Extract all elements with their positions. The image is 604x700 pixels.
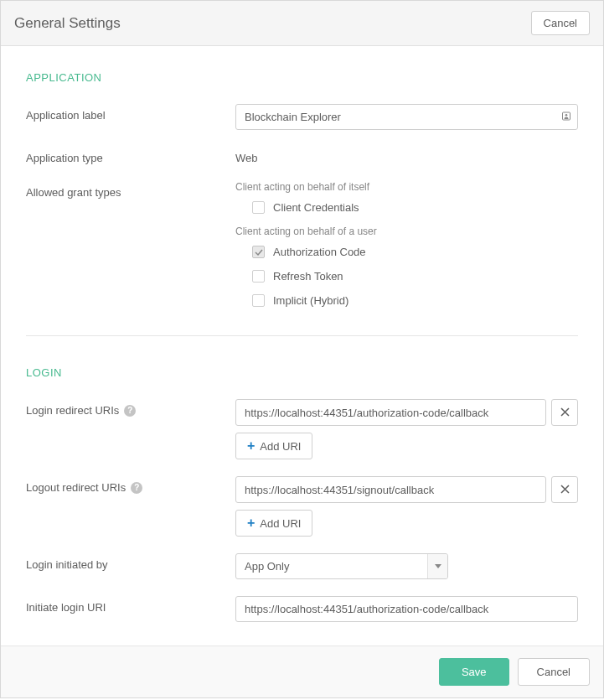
- checkbox-refresh-token[interactable]: [252, 270, 265, 283]
- panel-content: APPLICATION Application label Applicatio…: [1, 46, 603, 646]
- label-login-initiated: Login initiated by: [26, 553, 235, 571]
- plus-icon: +: [247, 439, 255, 453]
- label-login-redirect: Login redirect URIs ?: [26, 399, 235, 417]
- close-icon: [560, 484, 570, 496]
- checkbox-implicit[interactable]: [252, 294, 265, 307]
- checkbox-authorization-code[interactable]: [252, 246, 265, 258]
- section-divider: [26, 335, 578, 336]
- grant-self-heading: Client acting on behalf of itself: [235, 181, 578, 193]
- label-implicit: Implicit (Hybrid): [273, 294, 348, 307]
- checkbox-client-credentials[interactable]: [252, 201, 265, 214]
- add-uri-label: Add URI: [260, 440, 301, 453]
- plus-icon: +: [247, 516, 255, 530]
- remove-uri-button[interactable]: [551, 476, 578, 503]
- label-client-credentials: Client Credentials: [273, 201, 359, 214]
- grant-user-heading: Client acting on behalf of a user: [235, 226, 578, 237]
- label-initiate-login-uri: Initiate login URI: [26, 596, 235, 614]
- label-logout-redirect: Logout redirect URIs ?: [26, 476, 235, 494]
- label-authorization-code: Authorization Code: [273, 246, 366, 258]
- section-login-title: LOGIN: [26, 366, 578, 379]
- help-icon[interactable]: ?: [131, 482, 142, 494]
- input-initiate-login-uri[interactable]: [235, 596, 578, 622]
- row-application-label: Application label: [26, 104, 578, 130]
- help-icon[interactable]: ?: [124, 405, 136, 417]
- label-application-type: Application type: [26, 147, 235, 164]
- value-application-type: Web: [235, 147, 578, 164]
- add-uri-label: Add URI: [260, 517, 301, 530]
- input-application-label[interactable]: [235, 104, 578, 130]
- input-login-redirect-uri[interactable]: [235, 399, 546, 426]
- input-logout-redirect-uri[interactable]: [235, 476, 546, 503]
- panel-header: General Settings Cancel: [1, 1, 603, 46]
- row-grant-types: Allowed grant types Client acting on beh…: [26, 181, 578, 319]
- label-refresh-token: Refresh Token: [273, 270, 343, 283]
- row-login-initiated: Login initiated by: [26, 553, 578, 579]
- add-login-uri-button[interactable]: + Add URI: [235, 433, 312, 459]
- panel-title: General Settings: [14, 15, 121, 32]
- save-button[interactable]: Save: [439, 658, 509, 686]
- cancel-button-footer[interactable]: Cancel: [518, 658, 590, 686]
- remove-uri-button[interactable]: [551, 399, 578, 426]
- label-application-label: Application label: [26, 104, 235, 122]
- row-login-redirect: Login redirect URIs ? + Add URI: [26, 399, 578, 459]
- text-login-redirect: Login redirect URIs: [26, 404, 119, 417]
- label-grant-types: Allowed grant types: [26, 181, 235, 199]
- settings-panel: General Settings Cancel APPLICATION Appl…: [0, 0, 604, 698]
- row-logout-redirect: Logout redirect URIs ? + Add URI: [26, 476, 578, 537]
- panel-footer: Save Cancel: [1, 646, 603, 697]
- text-logout-redirect: Logout redirect URIs: [26, 481, 126, 494]
- row-initiate-login-uri: Initiate login URI: [26, 596, 578, 622]
- close-icon: [560, 407, 570, 419]
- row-application-type: Application type Web: [26, 147, 578, 164]
- cancel-button-header[interactable]: Cancel: [531, 11, 590, 35]
- add-logout-uri-button[interactable]: + Add URI: [235, 510, 312, 537]
- section-application-title: APPLICATION: [26, 71, 578, 84]
- select-login-initiated[interactable]: [235, 553, 448, 579]
